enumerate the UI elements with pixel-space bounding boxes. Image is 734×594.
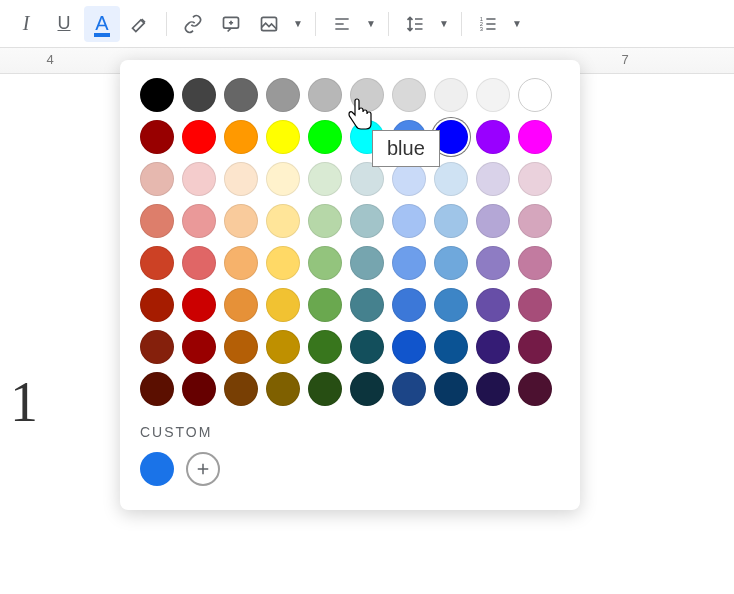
color-swatch[interactable]	[350, 288, 384, 322]
insert-comment-button[interactable]	[213, 6, 249, 42]
color-swatch[interactable]	[182, 330, 216, 364]
color-swatch[interactable]	[518, 78, 552, 112]
color-swatch[interactable]	[140, 204, 174, 238]
color-swatch[interactable]	[476, 372, 510, 406]
color-swatch[interactable]	[392, 78, 426, 112]
color-swatch[interactable]	[140, 78, 174, 112]
numbered-list-button[interactable]: 123	[470, 6, 506, 42]
color-swatch[interactable]	[350, 162, 384, 196]
color-swatch[interactable]	[308, 330, 342, 364]
color-swatch[interactable]	[224, 162, 258, 196]
color-swatch[interactable]	[518, 120, 552, 154]
image-dropdown[interactable]: ▼	[289, 18, 307, 29]
add-custom-color-button[interactable]	[186, 452, 220, 486]
insert-image-button[interactable]	[251, 6, 287, 42]
color-swatch[interactable]	[476, 246, 510, 280]
color-swatch[interactable]	[308, 120, 342, 154]
color-swatch[interactable]	[350, 372, 384, 406]
color-swatch[interactable]	[182, 78, 216, 112]
color-swatch[interactable]	[266, 78, 300, 112]
color-swatch[interactable]	[434, 372, 468, 406]
color-swatch[interactable]	[224, 246, 258, 280]
color-swatch[interactable]	[518, 204, 552, 238]
color-swatch[interactable]	[476, 204, 510, 238]
color-swatch[interactable]	[140, 330, 174, 364]
color-swatch[interactable]	[182, 162, 216, 196]
color-tooltip: blue	[372, 130, 440, 167]
custom-label: CUSTOM	[140, 424, 560, 440]
color-swatch[interactable]	[434, 162, 468, 196]
italic-button[interactable]: I	[8, 6, 44, 42]
color-swatch[interactable]	[224, 120, 258, 154]
color-swatch[interactable]	[140, 288, 174, 322]
color-swatch[interactable]	[392, 162, 426, 196]
custom-color-swatch[interactable]	[140, 452, 174, 486]
numbered-list-dropdown[interactable]: ▼	[508, 18, 526, 29]
color-swatch[interactable]	[476, 288, 510, 322]
highlight-button[interactable]	[122, 6, 158, 42]
color-swatch[interactable]	[392, 246, 426, 280]
color-swatch[interactable]	[266, 246, 300, 280]
color-swatch[interactable]	[308, 372, 342, 406]
color-swatch[interactable]	[266, 204, 300, 238]
color-swatch[interactable]	[224, 204, 258, 238]
color-swatch[interactable]	[518, 246, 552, 280]
color-swatch[interactable]	[140, 120, 174, 154]
insert-link-button[interactable]	[175, 6, 211, 42]
color-swatch[interactable]	[434, 204, 468, 238]
color-swatch[interactable]	[182, 246, 216, 280]
color-swatch[interactable]	[392, 330, 426, 364]
color-swatch[interactable]	[182, 204, 216, 238]
color-swatch[interactable]	[266, 372, 300, 406]
color-swatch[interactable]	[476, 162, 510, 196]
color-swatch[interactable]	[140, 162, 174, 196]
color-swatch[interactable]	[266, 162, 300, 196]
color-swatch[interactable]	[350, 246, 384, 280]
color-swatch[interactable]	[476, 120, 510, 154]
align-button[interactable]	[324, 6, 360, 42]
image-icon	[259, 14, 279, 34]
color-swatch[interactable]	[392, 204, 426, 238]
color-swatch[interactable]	[266, 330, 300, 364]
color-swatch[interactable]	[350, 204, 384, 238]
color-swatch[interactable]	[224, 78, 258, 112]
color-swatch[interactable]	[308, 204, 342, 238]
color-swatch[interactable]	[224, 330, 258, 364]
text-color-button[interactable]: A	[84, 6, 120, 42]
color-swatch[interactable]	[518, 288, 552, 322]
color-swatch[interactable]	[476, 78, 510, 112]
color-swatch[interactable]	[518, 372, 552, 406]
color-swatch[interactable]	[434, 288, 468, 322]
color-swatch[interactable]	[434, 330, 468, 364]
color-swatch[interactable]	[308, 162, 342, 196]
color-swatch[interactable]	[350, 78, 384, 112]
color-swatch[interactable]	[308, 78, 342, 112]
color-swatch[interactable]	[224, 288, 258, 322]
color-swatch[interactable]	[140, 246, 174, 280]
line-spacing-button[interactable]	[397, 6, 433, 42]
color-swatch[interactable]	[518, 162, 552, 196]
line-spacing-dropdown[interactable]: ▼	[435, 18, 453, 29]
color-swatch[interactable]	[392, 372, 426, 406]
svg-text:3: 3	[480, 25, 483, 31]
color-swatch[interactable]	[434, 78, 468, 112]
underline-button[interactable]: U	[46, 6, 82, 42]
color-swatch[interactable]	[434, 246, 468, 280]
color-swatch[interactable]	[182, 288, 216, 322]
color-swatch[interactable]	[182, 120, 216, 154]
color-swatch[interactable]	[308, 246, 342, 280]
highlighter-icon	[130, 14, 150, 34]
color-swatch[interactable]	[182, 372, 216, 406]
color-swatch[interactable]	[224, 372, 258, 406]
color-swatch[interactable]	[392, 288, 426, 322]
color-swatch[interactable]	[350, 330, 384, 364]
color-swatch[interactable]	[266, 288, 300, 322]
custom-row	[140, 452, 560, 486]
ruler-mark: 4	[46, 52, 53, 67]
color-swatch[interactable]	[140, 372, 174, 406]
color-swatch[interactable]	[308, 288, 342, 322]
color-swatch[interactable]	[518, 330, 552, 364]
align-dropdown[interactable]: ▼	[362, 18, 380, 29]
color-swatch[interactable]	[266, 120, 300, 154]
color-swatch[interactable]	[476, 330, 510, 364]
